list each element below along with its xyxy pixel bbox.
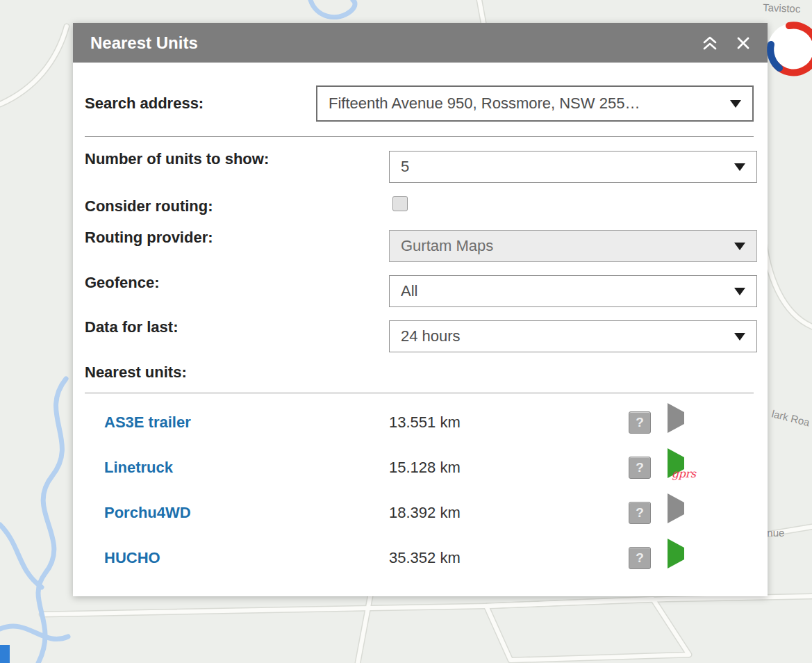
divider [85, 136, 754, 137]
search-address-label: Search address: [85, 88, 204, 120]
chevron-down-icon [734, 163, 745, 171]
unit-track-icon[interactable] [668, 412, 687, 433]
chevron-down-icon [734, 243, 745, 250]
unit-row: Linetruck 15.128 km ? gprs [104, 445, 729, 490]
dialog-title: Nearest Units [90, 33, 688, 53]
data-for-last-value: 24 hours [401, 327, 727, 345]
search-address-value: Fifteenth Avenue 950, Rossmore, NSW 255… [329, 95, 723, 113]
unit-distance: 15.128 km [389, 459, 629, 477]
units-count-label: Number of units to show: [85, 143, 269, 175]
map-label-tavistock: Tavistoc [763, 1, 801, 15]
unit-track-icon[interactable]: gprs [668, 457, 687, 478]
routing-provider-select[interactable]: Gurtam Maps [389, 230, 757, 262]
chevron-down-icon [734, 333, 745, 341]
unit-info-button[interactable]: ? [629, 547, 651, 569]
data-for-last-select[interactable]: 24 hours [389, 320, 757, 352]
geofence-value: All [401, 282, 727, 300]
unit-name-link[interactable]: HUCHO [104, 549, 389, 567]
consider-routing-label: Consider routing: [85, 190, 213, 222]
unit-row: AS3E trailer 13.551 km ? [104, 400, 729, 445]
unit-info-button[interactable]: ? [629, 457, 651, 479]
geofence-select[interactable]: All [389, 275, 757, 307]
unit-name-link[interactable]: AS3E trailer [104, 414, 389, 432]
play-arrow-icon [668, 493, 684, 523]
dialog-title-bar: Nearest Units [73, 23, 768, 63]
units-count-select[interactable]: 5 [389, 151, 757, 183]
unit-distance: 13.551 km [389, 414, 629, 432]
unit-name-link[interactable]: Linetruck [104, 459, 389, 477]
routing-provider-label: Routing provider: [85, 222, 213, 254]
collapse-icon[interactable] [698, 31, 722, 55]
consider-routing-checkbox[interactable] [392, 196, 408, 211]
play-arrow-icon [668, 403, 684, 433]
routing-provider-value: Gurtam Maps [401, 237, 727, 255]
nearest-units-dialog: Nearest Units Search address: Fifteenth … [73, 23, 768, 596]
brand-logo [764, 19, 812, 79]
chevron-down-icon [730, 100, 741, 108]
unit-row: HUCHO 35.352 km ? [104, 536, 729, 580]
search-address-select[interactable]: Fifteenth Avenue 950, Rossmore, NSW 255… [316, 85, 754, 122]
unit-info-button[interactable]: ? [629, 502, 651, 524]
play-arrow-icon [668, 539, 684, 568]
unit-name-link[interactable]: Porchu4WD [104, 504, 389, 522]
chevron-down-icon [734, 288, 745, 295]
geofence-label: Geofence: [85, 267, 160, 299]
unit-info-button[interactable]: ? [629, 411, 651, 434]
close-icon[interactable] [731, 31, 755, 55]
divider [85, 393, 754, 393]
nearest-units-header: Nearest units: [85, 357, 187, 388]
map-marker-square [0, 645, 10, 663]
unit-row: Porchu4WD 18.392 km ? [104, 491, 729, 535]
unit-distance: 18.392 km [389, 504, 629, 522]
unit-track-icon[interactable] [668, 502, 687, 523]
gprs-badge: gprs [672, 467, 695, 480]
unit-track-icon[interactable] [668, 548, 687, 568]
data-for-last-label: Data for last: [85, 311, 178, 343]
unit-distance: 35.352 km [389, 549, 629, 567]
units-count-value: 5 [401, 158, 727, 176]
